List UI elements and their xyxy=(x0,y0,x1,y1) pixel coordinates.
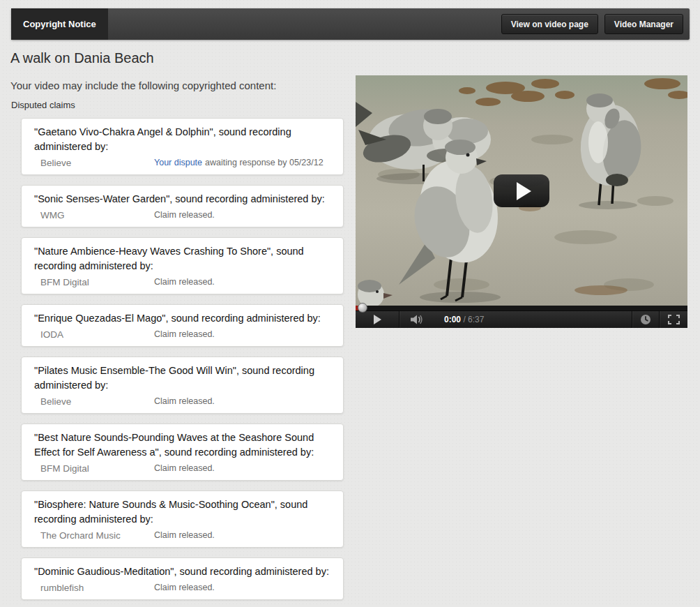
claim-status: Claim released. xyxy=(154,530,215,540)
play-button[interactable] xyxy=(356,311,399,328)
toolbar-buttons: View on video page Video Manager xyxy=(501,14,683,34)
current-time: 0:00 xyxy=(444,315,461,324)
disputed-claims-label: Disputed claims xyxy=(11,100,75,110)
scrubber-handle[interactable] xyxy=(358,303,367,313)
fullscreen-icon xyxy=(668,315,680,324)
tab-copyright-notice[interactable]: Copyright Notice xyxy=(11,8,108,40)
claim-title: "Best Nature Sounds-Pounding Waves at th… xyxy=(34,430,331,460)
claim-status: Claim released. xyxy=(154,583,215,592)
video-manager-button[interactable]: Video Manager xyxy=(604,14,683,34)
volume-button[interactable] xyxy=(400,311,434,328)
claim-owner: IODA xyxy=(40,329,63,340)
claim-card: "Dominic Gaudious-Meditation", sound rec… xyxy=(21,557,344,600)
claim-meta: rumblefish Claim released. xyxy=(34,581,331,594)
video-frame[interactable] xyxy=(356,75,687,306)
claim-meta: IODA Claim released. xyxy=(34,328,331,340)
page-title: A walk on Dania Beach xyxy=(10,50,154,66)
claim-owner: Believe xyxy=(40,396,71,407)
top-toolbar: Copyright Notice View on video page Vide… xyxy=(11,8,690,40)
claim-meta: BFM Digital Claim released. xyxy=(34,276,331,288)
view-on-video-page-button[interactable]: View on video page xyxy=(501,14,598,34)
claim-owner: The Orchard Music xyxy=(40,530,121,541)
claim-card: "Biosphere: Nature Sounds & Music-Soothi… xyxy=(21,490,344,548)
claim-status-text: Claim released. xyxy=(154,329,215,339)
fullscreen-button[interactable] xyxy=(660,311,687,328)
video-player: 0:00 / 6:37 xyxy=(356,75,687,328)
claims-list: "Gaetano Vivo-Chakra Angel & Dolphin", s… xyxy=(21,118,344,607)
claim-title: "Gaetano Vivo-Chakra Angel & Dolphin", s… xyxy=(34,125,331,154)
claim-status: Claim released. xyxy=(154,396,215,406)
claim-card: "Sonic Senses-Water Garden", sound recor… xyxy=(21,185,344,227)
claim-title: "Nature Ambience-Heavy Waves Crashing To… xyxy=(34,244,331,273)
watch-later-icon xyxy=(640,314,651,325)
claim-card: "Enrique Quezadas-El Mago", sound record… xyxy=(21,304,344,347)
copyright-notice-page: { "topbar": { "tab_label": "Copyright No… xyxy=(0,0,700,607)
claim-owner: rumblefish xyxy=(40,583,84,593)
play-overlay-button[interactable] xyxy=(494,174,549,207)
intro-text: Your video may include the following cop… xyxy=(10,80,276,91)
claim-status-text: Claim released. xyxy=(154,530,215,540)
play-icon xyxy=(374,315,381,324)
claim-owner: Believe xyxy=(40,158,71,168)
claim-meta: The Orchard Music Claim released. xyxy=(34,529,331,541)
player-controls: 0:00 / 6:37 xyxy=(356,310,687,328)
your-dispute-link[interactable]: Your dispute xyxy=(154,158,202,167)
claim-status-text: awaiting response by 05/23/12 xyxy=(205,158,324,167)
claim-card: "Best Nature Sounds-Pounding Waves at th… xyxy=(21,424,344,481)
claim-title: "Enrique Quezadas-El Mago", sound record… xyxy=(34,311,331,326)
claim-status: Claim released. xyxy=(154,463,215,473)
claim-meta: Believe Claim released. xyxy=(34,395,331,407)
claim-owner: BFM Digital xyxy=(40,277,89,287)
claim-status: Your disputeawaiting response by 05/23/1… xyxy=(154,158,324,167)
claim-meta: WMG Claim released. xyxy=(34,209,331,221)
claim-status: Claim released. xyxy=(154,329,215,339)
claim-owner: BFM Digital xyxy=(40,463,89,474)
claim-card: "Pilates Music Ensemble-The Good Will Wi… xyxy=(21,357,344,414)
claim-meta: Believe Your disputeawaiting response by… xyxy=(34,156,331,169)
claim-status-text: Claim released. xyxy=(154,396,215,406)
claim-title: "Biosphere: Nature Sounds & Music-Soothi… xyxy=(34,497,331,527)
watch-later-button[interactable] xyxy=(632,311,659,328)
claim-title: "Dominic Gaudious-Meditation", sound rec… xyxy=(34,564,331,579)
claim-card: "Nature Ambience-Heavy Waves Crashing To… xyxy=(21,237,344,294)
claim-title: "Sonic Senses-Water Garden", sound recor… xyxy=(34,192,331,207)
seek-bar[interactable] xyxy=(356,306,687,310)
claim-owner: WMG xyxy=(40,210,65,220)
claim-status-text: Claim released. xyxy=(154,210,215,220)
claim-status: Claim released. xyxy=(154,277,215,287)
duration: 6:37 xyxy=(468,315,484,324)
play-icon xyxy=(517,182,531,200)
time-display: 0:00 / 6:37 xyxy=(444,315,484,324)
claim-status-text: Claim released. xyxy=(154,583,215,592)
claim-status-text: Claim released. xyxy=(154,463,215,473)
claim-card: "Gaetano Vivo-Chakra Angel & Dolphin", s… xyxy=(21,118,344,175)
claim-status-text: Claim released. xyxy=(154,277,215,287)
claim-title: "Pilates Music Ensemble-The Good Will Wi… xyxy=(34,364,331,393)
volume-icon xyxy=(411,315,424,324)
claim-status: Claim released. xyxy=(154,210,215,220)
time-separator: / xyxy=(463,315,465,324)
claim-meta: BFM Digital Claim released. xyxy=(34,462,331,474)
